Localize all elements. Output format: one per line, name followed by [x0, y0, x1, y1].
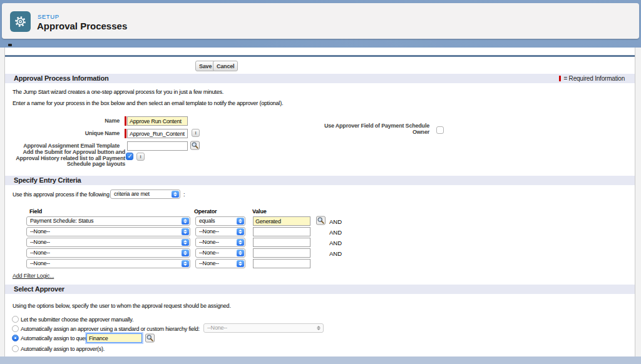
chevron-up-down-icon — [182, 218, 189, 225]
select-value-text: --None-- — [30, 250, 50, 256]
criteria-value-input[interactable] — [253, 238, 310, 247]
name-input[interactable] — [127, 116, 188, 126]
chevron-up-down-icon — [182, 239, 189, 246]
select-value-text: equals — [199, 218, 215, 224]
intro-paragraph-2: Enter a name for your process in the box… — [13, 100, 283, 106]
assign-to-queue-radio[interactable] — [12, 335, 19, 341]
required-marker-icon — [125, 116, 126, 126]
select-value-text: --None-- — [30, 228, 50, 235]
section-title: Approval Process Information — [14, 74, 109, 82]
bottom-strip — [0, 356, 641, 364]
info-icon[interactable]: i — [136, 153, 145, 161]
select-value-text: --None-- — [199, 260, 219, 266]
cancel-button[interactable]: Cancel — [213, 61, 238, 71]
approver-option-label: Automatically assign an approver using a… — [21, 326, 200, 332]
criteria-colon: : — [183, 191, 185, 198]
criteria-field-select[interactable]: --None-- — [26, 248, 190, 258]
criteria-match-select[interactable]: criteria are met — [110, 190, 180, 199]
criteria-operator-select[interactable]: --None-- — [195, 227, 245, 236]
setup-gear-icon — [10, 11, 31, 32]
criteria-field-select[interactable]: Payment Schedule: Status — [26, 216, 190, 226]
setup-content-frame: Save Cancel Approval Process Information… — [5, 48, 635, 356]
and-label: AND — [329, 218, 342, 225]
column-header-value: Value — [252, 208, 267, 215]
chevron-up-down-icon — [237, 218, 244, 225]
setup-eyebrow: SETUP — [38, 13, 59, 20]
section-header-specify-entry-criteria: Specify Entry Criteria — [5, 176, 635, 185]
select-value-text: --None-- — [199, 250, 219, 256]
name-label: Name — [5, 118, 120, 124]
chevron-up-down-icon — [237, 239, 244, 246]
required-marker-icon — [559, 76, 561, 81]
and-label: AND — [329, 250, 342, 257]
queue-input[interactable] — [86, 333, 142, 343]
salesforce-setup-page: SETUP Approval Processes Save Cancel App… — [0, 0, 641, 364]
select-value-text: --None-- — [199, 239, 219, 245]
chevron-up-down-icon — [237, 228, 244, 235]
submitter-choose-radio[interactable] — [12, 316, 19, 323]
column-header-operator: Operator — [194, 208, 217, 215]
criteria-value-input[interactable] — [253, 248, 310, 258]
frame-top-rule — [5, 55, 635, 57]
chevron-up-down-icon — [172, 191, 179, 198]
column-header-field: Field — [29, 208, 42, 215]
select-value-text: --None-- — [30, 260, 50, 266]
use-approver-field-checkbox[interactable] — [436, 126, 444, 134]
criteria-field-select[interactable]: --None-- — [26, 227, 190, 236]
lookup-icon[interactable] — [145, 333, 155, 343]
select-value-text: --None-- — [199, 228, 219, 235]
required-information-legend: = Required Information — [559, 75, 625, 82]
chevron-up-down-icon — [182, 260, 189, 267]
hierarchy-field-radio[interactable] — [12, 325, 19, 332]
add-submit-checkbox[interactable] — [126, 153, 133, 160]
email-template-label: Approval Assignment Email Template — [5, 143, 120, 149]
approver-option-label: Automatically assign to approver(s). — [21, 346, 105, 352]
gear-icon — [14, 15, 27, 28]
hierarchy-field-select[interactable]: --None-- — [203, 323, 324, 333]
lookup-icon[interactable] — [316, 216, 326, 225]
select-value-text: --None-- — [207, 325, 227, 331]
setup-header-card: SETUP Approval Processes — [2, 3, 639, 39]
clipped-text-fragment — [8, 44, 12, 46]
criteria-value-input[interactable] — [253, 227, 310, 236]
select-value-text: --None-- — [30, 239, 50, 245]
info-icon[interactable]: i — [192, 129, 200, 137]
intro-paragraph-1: The Jump Start wizard creates a one-step… — [13, 89, 223, 95]
right-gutter — [635, 48, 641, 356]
unique-name-label: Unique Name — [5, 130, 120, 136]
use-approver-field-label-line: Owner — [275, 129, 429, 136]
chevron-up-down-icon — [182, 250, 189, 256]
criteria-value-input[interactable] — [253, 259, 310, 268]
section-title: Select Approver — [14, 285, 64, 293]
criteria-value-input[interactable] — [253, 216, 310, 226]
criteria-operator-select[interactable]: --None-- — [195, 238, 245, 247]
add-filter-logic-link[interactable]: Add Filter Logic... — [13, 273, 54, 279]
chevron-up-down-icon — [237, 250, 244, 256]
criteria-sentence: Use this approval process if the followi… — [13, 191, 110, 198]
required-legend-text: = Required Information — [563, 75, 625, 82]
criteria-operator-select[interactable]: --None-- — [195, 248, 245, 258]
use-approver-field-label-line: Use Approver Field of Payment Schedule — [275, 123, 429, 129]
select-value-text: Payment Schedule: Status — [30, 218, 93, 224]
approver-option-label: Automatically assign to queue. — [21, 335, 93, 341]
lookup-icon[interactable] — [190, 141, 200, 150]
chevron-up-down-icon — [182, 228, 189, 235]
section-title: Specify Entry Criteria — [14, 176, 81, 184]
add-submit-label: Add the Submit for Approval button and A… — [5, 149, 125, 168]
add-submit-label-line: Schedule page layouts — [5, 161, 125, 168]
unique-name-input[interactable] — [127, 129, 188, 138]
page-title: Approval Processes — [37, 21, 127, 31]
section-header-select-approver: Select Approver — [5, 285, 635, 294]
chevron-up-down-icon — [237, 260, 244, 267]
required-marker-icon — [125, 129, 126, 138]
select-value-text: criteria are met — [114, 191, 150, 197]
left-gutter — [0, 48, 5, 356]
email-template-input[interactable] — [127, 141, 188, 151]
chevron-up-down-icon — [315, 325, 322, 331]
assign-to-approvers-radio[interactable] — [12, 345, 19, 352]
criteria-field-select[interactable]: --None-- — [26, 259, 190, 268]
criteria-operator-select[interactable]: equals — [195, 216, 245, 226]
criteria-operator-select[interactable]: --None-- — [195, 259, 245, 268]
section-header-approval-process-information: Approval Process Information = Required … — [5, 74, 635, 83]
criteria-field-select[interactable]: --None-- — [26, 238, 190, 247]
